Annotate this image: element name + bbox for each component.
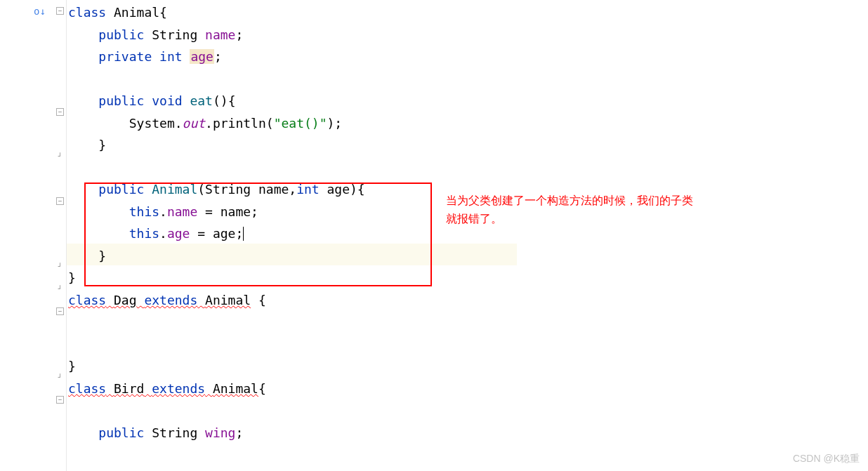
code-line xyxy=(68,68,867,91)
code-line: System.out.println("eat()"); xyxy=(68,112,867,135)
code-line xyxy=(68,399,867,422)
fold-end-icon[interactable]: ┘ xyxy=(56,374,64,382)
fold-icon[interactable]: − xyxy=(56,108,64,116)
fold-end-icon[interactable]: ┘ xyxy=(56,263,64,271)
annotation-text: 当为父类创建了一个构造方法的时候，我们的子类 就报错了。 xyxy=(446,192,693,227)
code-line: public void eat(){ xyxy=(68,90,867,112)
fold-icon[interactable]: − xyxy=(56,197,64,205)
fold-icon[interactable]: − xyxy=(56,396,64,404)
fold-end-icon[interactable]: ┘ xyxy=(56,153,64,161)
code-line: public String name; xyxy=(68,24,867,46)
fold-icon[interactable]: − xyxy=(56,307,64,315)
override-icon[interactable]: o↓ xyxy=(34,6,46,17)
code-line: } xyxy=(68,245,867,267)
code-line: private int age; xyxy=(68,46,867,68)
editor-container: o↓ − − ┘ − ┘ ┘ − ┘ − 当为父类创建了一个构造方法的时候，我们… xyxy=(0,0,868,471)
code-line: } xyxy=(68,267,867,289)
code-line xyxy=(68,311,867,333)
code-line: class Animal{ xyxy=(68,1,867,24)
code-line: class Dag extends Animal { xyxy=(68,289,867,312)
text-cursor xyxy=(243,227,244,241)
watermark: CSDN @K稳重 xyxy=(793,453,860,465)
code-line xyxy=(68,157,867,179)
code-line xyxy=(68,333,867,356)
annotation-line2: 就报错了。 xyxy=(446,210,693,228)
code-line: } xyxy=(68,355,867,378)
annotation-line1: 当为父类创建了一个构造方法的时候，我们的子类 xyxy=(446,192,693,210)
code-line: class Bird extends Animal{ xyxy=(68,378,867,400)
fold-end-icon[interactable]: ┘ xyxy=(56,286,64,293)
code-line: } xyxy=(68,134,867,157)
code-line: public String wing; xyxy=(68,422,867,444)
gutter: o↓ − − ┘ − ┘ ┘ − ┘ − xyxy=(0,0,67,471)
fold-icon[interactable]: − xyxy=(56,7,64,15)
code-area[interactable]: 当为父类创建了一个构造方法的时候，我们的子类 就报错了。 class Anima… xyxy=(67,0,868,471)
